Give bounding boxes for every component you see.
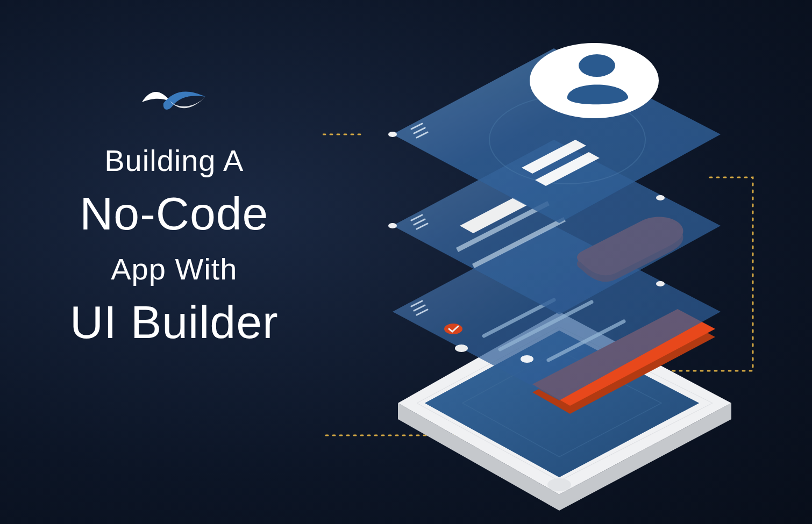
backendless-logo-icon — [137, 81, 212, 120]
svg-point-5 — [455, 344, 468, 352]
text-panel: Building A No-Code App With UI Builder — [70, 81, 279, 351]
svg-point-23 — [530, 43, 659, 118]
svg-point-16 — [388, 223, 397, 228]
isometric-illustration — [323, 27, 780, 511]
headline-line-2: No-Code — [70, 185, 279, 243]
svg-point-4 — [444, 324, 462, 334]
headline: Building A No-Code App With UI Builder — [70, 142, 279, 351]
headline-line-1: Building A — [70, 142, 279, 180]
svg-point-24 — [579, 54, 615, 77]
svg-point-0 — [547, 478, 571, 491]
headline-line-3: App With — [70, 250, 279, 288]
svg-point-6 — [521, 355, 533, 363]
svg-point-10 — [656, 281, 665, 286]
svg-point-17 — [656, 195, 665, 200]
headline-line-4: UI Builder — [70, 293, 279, 351]
avatar-icon — [530, 43, 659, 118]
svg-point-22 — [388, 132, 397, 137]
